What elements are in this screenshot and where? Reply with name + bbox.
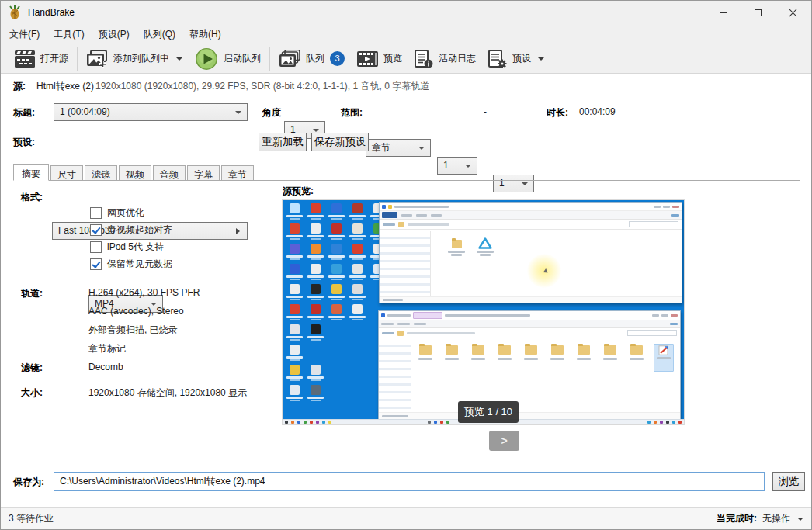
tab-音频[interactable]: 音频 (153, 165, 186, 180)
tab-摘要[interactable]: 摘要 (13, 164, 49, 181)
preview-button[interactable]: 预览 (351, 46, 408, 72)
option-row: 保留常见元数据 (90, 258, 172, 270)
desktop-icon (305, 304, 325, 320)
toolbar-separator (77, 47, 78, 71)
checkbox-label: iPod 5代 支持 (107, 241, 164, 254)
tab-章节[interactable]: 章节 (221, 165, 254, 180)
open-source-label: 打开源 (40, 52, 68, 65)
desktop-icon (284, 203, 304, 220)
format-options: 网页优化音视频起始对齐iPod 5代 支持保留常见元数据 (90, 207, 172, 275)
checkbox[interactable] (90, 207, 102, 219)
source-preview-heading: 源预览: (283, 185, 314, 198)
tab-尺寸[interactable]: 尺寸 (50, 165, 83, 180)
desktop-icon (347, 244, 367, 260)
taskbar-icon (297, 421, 300, 424)
desktop-icon (305, 284, 325, 300)
presets-icon (488, 50, 507, 68)
source-name: Html转exe (2) (36, 80, 94, 93)
preview-file-icon (474, 237, 496, 256)
taskbar-icon (446, 421, 449, 424)
menu-item[interactable]: 工具(T) (47, 25, 91, 44)
tab-视频[interactable]: 视频 (119, 165, 151, 180)
play-icon (195, 47, 218, 71)
presets-button[interactable]: 预设 (482, 46, 550, 72)
desktop-icon (347, 203, 367, 220)
preview-label: 预览 (383, 52, 402, 65)
preview-file-icon (446, 240, 467, 256)
maximize-button[interactable] (741, 1, 776, 24)
desktop-icon (326, 203, 346, 220)
tab-滤镜[interactable]: 滤镜 (85, 165, 117, 180)
save-new-preset-button[interactable]: 保存新预设 (311, 133, 369, 151)
checkbox[interactable] (90, 241, 102, 253)
app-icon (8, 5, 22, 19)
size-value: 1920x1080 存储空间, 1920x1080 显示 (88, 386, 247, 400)
preview-folder-icon (627, 344, 646, 372)
desktop-icon (284, 304, 304, 320)
taskbar-icon (304, 421, 307, 424)
taskbar-icon (428, 421, 431, 424)
activity-log-icon (415, 50, 433, 68)
desktop-icon (347, 304, 367, 320)
next-preview-button[interactable]: > (489, 431, 519, 451)
open-source-button[interactable]: 打开源 (9, 46, 75, 72)
preview-folder-icon (495, 344, 514, 372)
preview-folder-icon (442, 344, 461, 372)
when-done-select[interactable]: 无操作 (762, 512, 790, 525)
source-label: 源: (13, 80, 26, 93)
add-to-queue-button[interactable]: 添加到队列中 (80, 46, 189, 72)
tracks-label: 轨道: (21, 287, 43, 300)
menu-item[interactable]: 预设(P) (92, 25, 137, 44)
activity-log-button[interactable]: 活动日志 (408, 46, 482, 72)
checkbox[interactable] (90, 224, 102, 236)
browse-button[interactable]: 浏览 (772, 472, 805, 491)
menu-bar: 文件(F)工具(T)预设(P)队列(Q)帮助(H) (1, 24, 811, 44)
format-label: 格式: (21, 191, 43, 204)
menu-item[interactable]: 文件(F) (2, 25, 47, 44)
clapperboard-icon (15, 50, 35, 68)
filters-value: Decomb (88, 362, 123, 372)
preview-explorer-window-1 (379, 202, 682, 303)
desktop-icon (347, 284, 367, 300)
menu-item[interactable]: 队列(Q) (137, 25, 182, 44)
checkbox-label: 保留常见元数据 (107, 258, 172, 271)
preview-explorer-window-2 (378, 310, 681, 420)
queue-button[interactable]: 队列 3 (272, 46, 351, 72)
checkbox[interactable] (90, 258, 102, 270)
toolbar-separator (269, 47, 270, 71)
desktop-icon (347, 223, 367, 240)
tab-字幕[interactable]: 字幕 (187, 165, 220, 180)
source-details: 1920x1080 (1920x1080), 29.92 FPS, SDR (8… (95, 80, 429, 93)
taskbar-icon (322, 421, 325, 424)
taskbar-icon (660, 421, 663, 424)
checkbox-label: 音视频起始对齐 (107, 223, 172, 237)
option-row: iPod 5代 支持 (90, 241, 172, 253)
save-path-input[interactable] (54, 472, 765, 491)
taskbar-icon (434, 421, 437, 424)
taskbar-icon (440, 421, 443, 424)
desktop-icon (284, 264, 304, 280)
taskbar-icon (672, 421, 675, 424)
desktop-icon (305, 223, 325, 240)
chevron-down-icon (538, 57, 544, 61)
title-select[interactable]: 1 (00:04:09) (54, 103, 248, 121)
desktop-icon (326, 223, 346, 240)
queue-count-badge: 3 (330, 51, 345, 66)
activity-log-label: 活动日志 (439, 52, 476, 65)
minimize-button[interactable] (706, 1, 741, 24)
chevron-down-icon[interactable] (797, 518, 803, 521)
desktop-icon (284, 223, 304, 240)
title-select-value: 1 (00:04:09) (60, 106, 110, 117)
taskbar-icon (666, 421, 669, 424)
reload-preset-button[interactable]: 重新加载 (259, 133, 307, 151)
range-type-select[interactable]: 章节 (366, 139, 431, 157)
add-to-queue-icon (86, 50, 108, 68)
preview-folder-icon (601, 344, 619, 372)
desktop-icon (305, 203, 325, 220)
start-queue-button[interactable]: 启动队列 (189, 46, 267, 72)
queue-icon (279, 50, 300, 68)
close-button[interactable] (776, 1, 810, 24)
menu-item[interactable]: 帮助(H) (182, 25, 228, 44)
when-done-label: 当完成时: (717, 512, 757, 525)
taskbar-icon (310, 421, 313, 424)
